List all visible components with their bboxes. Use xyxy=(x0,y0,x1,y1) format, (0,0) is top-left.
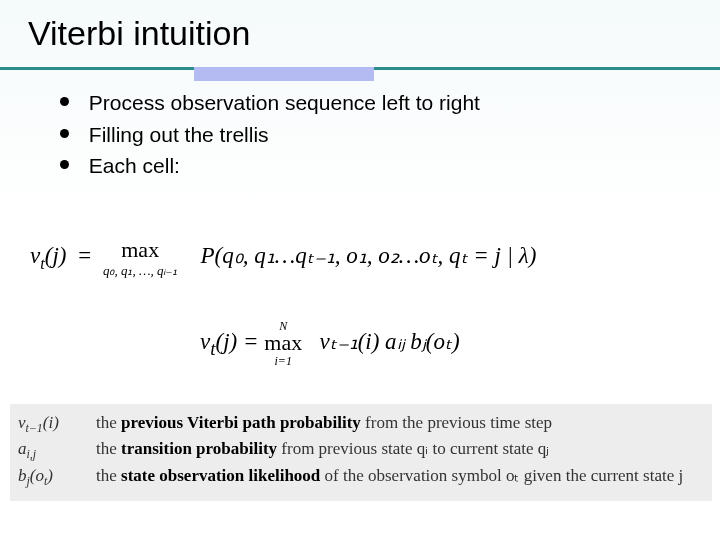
formula-rhs: P(q₀, q₁…qₜ₋₁, o₁, o₂…oₜ, qₜ = j | λ) xyxy=(200,243,536,268)
definition-text: the state observation likelihood of the … xyxy=(96,465,704,488)
max-operator: max q₀, q₁, …, qᵢ₋₁ xyxy=(103,239,178,279)
body-content: Process observation sequence left to rig… xyxy=(0,70,720,181)
definition-text: the previous Viterbi path probability fr… xyxy=(96,412,704,435)
max-operator: N max i=1 xyxy=(264,320,302,367)
bullet-dot-icon xyxy=(60,160,69,169)
equals-sign: = xyxy=(243,329,259,354)
bullet-list: Process observation sequence left to rig… xyxy=(60,88,690,181)
definition-text: the transition probability from previous… xyxy=(96,438,704,461)
list-item: Each cell: xyxy=(60,151,690,181)
formula-lhs: vt(j) xyxy=(30,243,72,268)
bullet-dot-icon xyxy=(60,129,69,138)
list-item: Filling out the trellis xyxy=(60,120,690,150)
definition-symbol: bj(ot) xyxy=(18,465,96,489)
formula-rhs: vₜ₋₁(i) aᵢⱼ bⱼ(oₜ) xyxy=(319,329,459,354)
accent-bar xyxy=(194,67,374,81)
definition-row: ai,j the transition probability from pre… xyxy=(18,438,704,462)
slide-title: Viterbi intuition xyxy=(0,0,720,53)
bullet-text: Each cell: xyxy=(89,155,180,178)
bullet-text: Process observation sequence left to rig… xyxy=(89,91,480,114)
equals-sign: = xyxy=(72,243,97,268)
formula-recurrence: vt(j) = N max i=1 vₜ₋₁(i) aᵢⱼ bⱼ(oₜ) xyxy=(200,320,460,367)
definition-symbol: vt−1(i) xyxy=(18,412,96,436)
formula-lhs: vt(j) xyxy=(200,329,243,354)
formula-main: vt(j) = max q₀, q₁, …, qᵢ₋₁ P(q₀, q₁…qₜ₋… xyxy=(30,242,690,282)
list-item: Process observation sequence left to rig… xyxy=(60,88,690,118)
bullet-dot-icon xyxy=(60,97,69,106)
bullet-text: Filling out the trellis xyxy=(89,123,269,146)
definition-row: vt−1(i) the previous Viterbi path probab… xyxy=(18,412,704,436)
definition-symbol: ai,j xyxy=(18,438,96,462)
definitions-panel: vt−1(i) the previous Viterbi path probab… xyxy=(10,404,712,501)
definition-row: bj(ot) the state observation likelihood … xyxy=(18,465,704,489)
